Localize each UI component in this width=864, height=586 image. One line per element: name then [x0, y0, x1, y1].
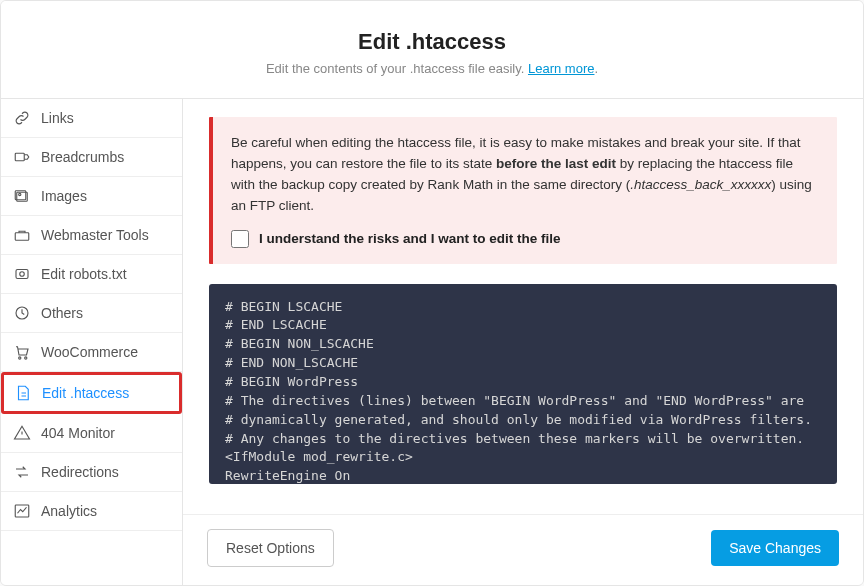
warning-box: Be careful when editing the htaccess fil… [209, 117, 837, 264]
acknowledge-label[interactable]: I understand the risks and I want to edi… [259, 229, 561, 250]
analytics-icon [13, 502, 31, 520]
warning-icon [13, 424, 31, 442]
warning-text: Be careful when editing the htaccess fil… [231, 133, 819, 217]
redirections-icon [13, 463, 31, 481]
reset-button[interactable]: Reset Options [207, 529, 334, 567]
sidebar-item-label: Edit .htaccess [42, 385, 129, 401]
sidebar-item-htaccess[interactable]: Edit .htaccess [1, 372, 182, 414]
sidebar-item-label: Edit robots.txt [41, 266, 127, 282]
main-content: Be careful when editing the htaccess fil… [183, 99, 863, 514]
breadcrumb-icon [13, 148, 31, 166]
sidebar-item-label: Breadcrumbs [41, 149, 124, 165]
file-icon [14, 384, 32, 402]
sidebar-item-links[interactable]: Links [1, 99, 182, 138]
svg-rect-0 [15, 153, 24, 161]
warning-italic: .htaccess_back_xxxxxx [630, 177, 771, 192]
page-subtitle: Edit the contents of your .htaccess file… [21, 61, 843, 76]
sidebar-item-label: Images [41, 188, 87, 204]
sidebar-item-robots[interactable]: Edit robots.txt [1, 255, 182, 294]
webmaster-icon [13, 226, 31, 244]
footer-actions: Reset Options Save Changes [183, 514, 863, 585]
learn-more-link[interactable]: Learn more [528, 61, 594, 76]
page-title: Edit .htaccess [21, 29, 843, 55]
sidebar-item-woocommerce[interactable]: WooCommerce [1, 333, 182, 372]
htaccess-editor[interactable]: # BEGIN LSCACHE # END LSCACHE # BEGIN NO… [209, 284, 837, 484]
sidebar-item-label: Links [41, 110, 74, 126]
warning-bold: before the last edit [496, 156, 616, 171]
sidebar-item-label: Others [41, 305, 83, 321]
app-container: Edit .htaccess Edit the contents of your… [0, 0, 864, 586]
sidebar-item-others[interactable]: Others [1, 294, 182, 333]
svg-point-9 [25, 357, 27, 359]
sidebar-item-404[interactable]: 404 Monitor [1, 414, 182, 453]
svg-point-8 [19, 357, 21, 359]
sidebar: Links Breadcrumbs Images Webmaster Tools… [1, 99, 183, 585]
svg-rect-4 [15, 233, 29, 241]
svg-rect-5 [16, 270, 28, 279]
images-icon [13, 187, 31, 205]
robots-icon [13, 265, 31, 283]
sidebar-item-label: Redirections [41, 464, 119, 480]
acknowledge-checkbox[interactable] [231, 230, 249, 248]
sidebar-item-label: Analytics [41, 503, 97, 519]
cart-icon [13, 343, 31, 361]
sidebar-item-analytics[interactable]: Analytics [1, 492, 182, 531]
svg-point-6 [20, 272, 25, 277]
link-icon [13, 109, 31, 127]
content-area: Be careful when editing the htaccess fil… [183, 99, 863, 585]
sidebar-item-breadcrumbs[interactable]: Breadcrumbs [1, 138, 182, 177]
sidebar-item-redirections[interactable]: Redirections [1, 453, 182, 492]
subtitle-suffix: . [594, 61, 598, 76]
others-icon [13, 304, 31, 322]
save-button[interactable]: Save Changes [711, 530, 839, 566]
sidebar-item-label: Webmaster Tools [41, 227, 149, 243]
sidebar-item-images[interactable]: Images [1, 177, 182, 216]
body-wrapper: Links Breadcrumbs Images Webmaster Tools… [1, 99, 863, 585]
svg-point-3 [19, 193, 21, 195]
acknowledge-row: I understand the risks and I want to edi… [231, 229, 819, 250]
sidebar-item-label: 404 Monitor [41, 425, 115, 441]
subtitle-prefix: Edit the contents of your .htaccess file… [266, 61, 528, 76]
sidebar-item-webmaster[interactable]: Webmaster Tools [1, 216, 182, 255]
page-header: Edit .htaccess Edit the contents of your… [1, 1, 863, 99]
sidebar-item-label: WooCommerce [41, 344, 138, 360]
